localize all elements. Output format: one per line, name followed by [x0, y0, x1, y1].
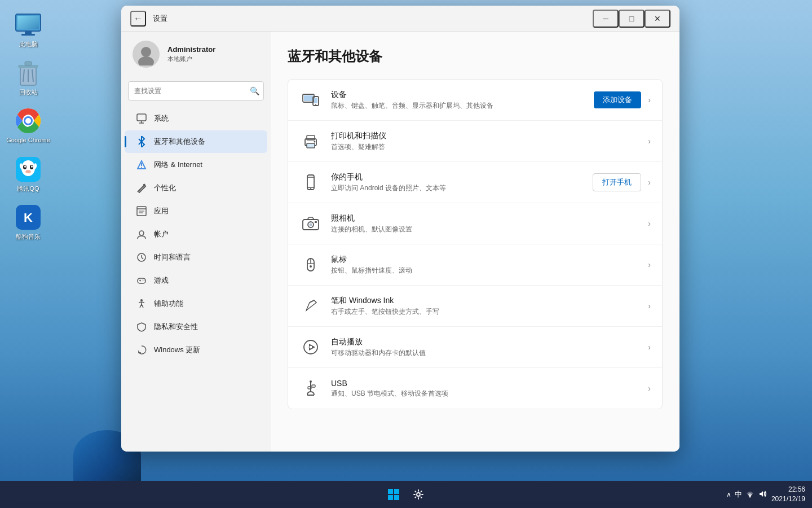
- sidebar-item-bluetooth[interactable]: 蓝牙和其他设备: [125, 130, 267, 153]
- kugou-icon: K: [15, 204, 42, 231]
- svg-rect-3: [21, 34, 35, 36]
- sidebar-item-personalization[interactable]: 个性化: [125, 177, 267, 199]
- user-name: Administrator: [167, 45, 259, 54]
- mouse-desc: 按钮、鼠标指针速度、滚动: [331, 266, 646, 275]
- search-input[interactable]: [128, 81, 264, 100]
- devices-chevron: ›: [648, 95, 651, 104]
- usb-desc: 通知、USB 节电模式、移动设备首选项: [331, 389, 646, 398]
- gaming-icon: [136, 275, 147, 286]
- google-chrome-icon: [15, 107, 42, 134]
- sidebar-item-apps[interactable]: 应用: [125, 200, 267, 222]
- autoplay-text: 自动播放 可移动驱动器和内存卡的默认值: [331, 337, 646, 358]
- settings-item-phone[interactable]: 你的手机 立即访问 Android 设备的照片、文本等 打开手机 ›: [288, 162, 662, 203]
- desktop-icon-google-chrome[interactable]: Google Chrome: [6, 107, 51, 144]
- phone-title: 你的手机: [331, 172, 593, 182]
- sidebar-label-gaming: 游戏: [154, 275, 256, 286]
- pen-chevron: ›: [648, 301, 651, 310]
- sidebar-label-privacy: 隐私和安全性: [154, 322, 256, 332]
- avatar: [133, 41, 160, 68]
- settings-window: ← 设置 ─ □ ✕: [121, 6, 679, 452]
- network-icon: [136, 159, 147, 170]
- svg-rect-78: [394, 489, 399, 494]
- phone-action: 打开手机: [593, 173, 641, 191]
- taskbar: ∧ 中: [0, 481, 812, 508]
- mouse-title: 鼠标: [331, 255, 646, 265]
- mouse-chevron: ›: [648, 260, 651, 269]
- svg-point-68: [310, 265, 312, 268]
- settings-item-mouse[interactable]: 鼠标 按钮、鼠标指针速度、滚动 ›: [288, 244, 662, 286]
- settings-item-usb[interactable]: USB 通知、USB 节电模式、移动设备首选项 ›: [288, 368, 662, 409]
- svg-point-72: [309, 345, 312, 349]
- user-profile[interactable]: Administrator 本地账户: [121, 32, 271, 77]
- window-controls: ─ □ ✕: [593, 10, 670, 28]
- sidebar-label-apps: 应用: [154, 206, 256, 216]
- settings-item-devices[interactable]: 设备 鼠标、键盘、触笔、音频、显示器和扩展坞、其他设备 添加设备 ›: [288, 80, 662, 121]
- settings-item-camera[interactable]: 照相机 连接的相机、默认图像设置 ›: [288, 203, 662, 244]
- svg-rect-2: [25, 31, 32, 34]
- volume-tray-icon[interactable]: [758, 490, 767, 500]
- svg-point-25: [141, 47, 151, 57]
- svg-point-56: [314, 141, 316, 143]
- desktop-icon-qq[interactable]: 腾讯QQ: [6, 156, 51, 192]
- sidebar-item-gaming[interactable]: 游戏: [125, 269, 267, 292]
- sidebar-item-windows-update[interactable]: Windows 更新: [125, 339, 267, 361]
- kugou-label: 酷狗音乐: [16, 233, 41, 240]
- sidebar-item-time-language[interactable]: 时间和语言: [125, 246, 267, 269]
- network-tray-icon[interactable]: [745, 490, 754, 500]
- svg-point-26: [138, 56, 154, 65]
- sidebar-item-system[interactable]: 系统: [125, 107, 267, 130]
- svg-point-63: [310, 224, 312, 226]
- sidebar-item-accessibility[interactable]: 辅助功能: [125, 292, 267, 315]
- start-button[interactable]: [382, 483, 405, 506]
- sidebar: Administrator 本地账户 🔍 系统: [121, 32, 271, 452]
- window-body: Administrator 本地账户 🔍 系统: [121, 32, 679, 452]
- minimize-button[interactable]: ─: [593, 10, 619, 28]
- sidebar-item-network[interactable]: 网络 & Internet: [125, 154, 267, 176]
- close-button[interactable]: ✕: [645, 10, 670, 28]
- google-chrome-label: Google Chrome: [6, 137, 50, 144]
- time-language-icon: [136, 252, 147, 263]
- settings-item-printers[interactable]: 打印机和扫描仪 首选项、疑难解答 ›: [288, 121, 662, 162]
- system-tray-expand[interactable]: ∧: [726, 491, 731, 498]
- svg-point-60: [310, 188, 311, 189]
- desktop-icon-kugou[interactable]: K 酷狗音乐: [6, 204, 51, 240]
- accounts-icon: [136, 229, 147, 240]
- camera-icon: [299, 212, 322, 235]
- svg-point-52: [315, 104, 316, 106]
- printers-desc: 首选项、疑难解答: [331, 142, 646, 152]
- taskbar-time-display[interactable]: 22:56 2021/12/19: [771, 485, 805, 504]
- ime-icon[interactable]: 中: [735, 489, 742, 500]
- devices-desc: 鼠标、键盘、触笔、音频、显示器和扩展坞、其他设备: [331, 101, 594, 111]
- settings-card: 设备 鼠标、键盘、触笔、音频、显示器和扩展坞、其他设备 添加设备 ›: [288, 79, 663, 409]
- page-title: 蓝牙和其他设备: [288, 47, 663, 65]
- sidebar-item-accounts[interactable]: 帐户: [125, 223, 267, 246]
- mouse-icon: [299, 253, 322, 276]
- pen-text: 笔和 Windows Ink 右手或左手、笔按钮快捷方式、手写: [331, 296, 646, 317]
- autoplay-icon: [299, 336, 322, 358]
- taskbar-settings-button[interactable]: [407, 483, 430, 506]
- desktop-icon-my-computer[interactable]: 此电脑: [6, 11, 51, 48]
- sidebar-label-personalization: 个性化: [154, 183, 256, 193]
- usb-icon: [299, 377, 322, 400]
- desktop-icon-recycle-bin[interactable]: 回收站: [6, 59, 51, 96]
- search-icon-button[interactable]: 🔍: [250, 86, 259, 95]
- svg-rect-74: [312, 385, 315, 387]
- svg-rect-79: [388, 495, 393, 500]
- back-button[interactable]: ←: [130, 11, 146, 27]
- settings-item-autoplay[interactable]: 自动播放 可移动驱动器和内存卡的默认值 ›: [288, 327, 662, 368]
- svg-point-47: [140, 299, 143, 301]
- maximize-button[interactable]: □: [619, 10, 645, 28]
- open-phone-button[interactable]: 打开手机: [593, 173, 641, 191]
- settings-item-pen[interactable]: 笔和 Windows Ink 右手或左手、笔按钮快捷方式、手写 ›: [288, 286, 662, 327]
- svg-point-75: [310, 380, 312, 383]
- taskbar-time: 22:56: [771, 485, 805, 494]
- sidebar-item-privacy[interactable]: 隐私和安全性: [125, 316, 267, 338]
- add-device-button[interactable]: 添加设备: [594, 91, 641, 108]
- pen-title: 笔和 Windows Ink: [331, 296, 646, 306]
- svg-point-38: [139, 231, 144, 235]
- mouse-text: 鼠标 按钮、鼠标指针速度、滚动: [331, 255, 646, 275]
- sidebar-label-network: 网络 & Internet: [154, 160, 256, 170]
- sidebar-label-bluetooth: 蓝牙和其他设备: [154, 137, 256, 147]
- svg-point-82: [749, 496, 751, 497]
- camera-chevron: ›: [648, 219, 651, 228]
